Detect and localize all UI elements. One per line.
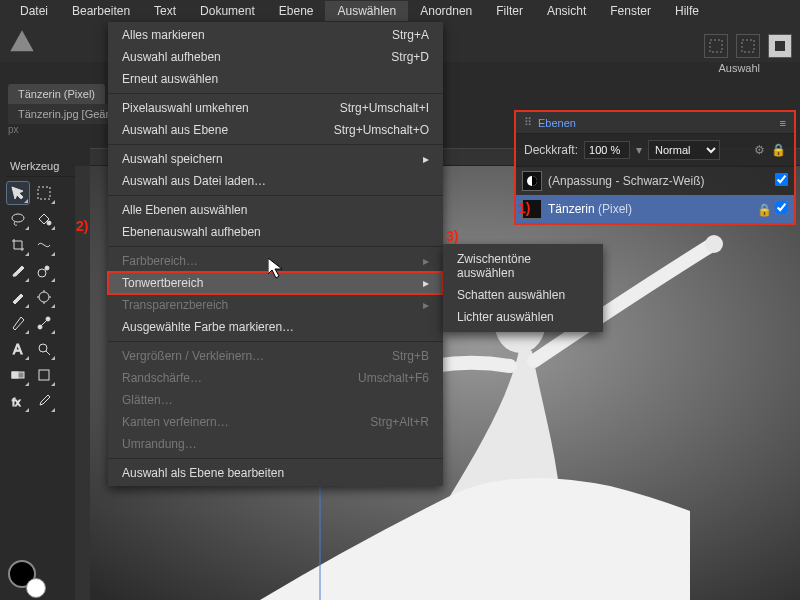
menu-item[interactable]: Ebenenauswahl aufheben	[108, 221, 443, 243]
menu-item[interactable]: Auswahl als Ebene bearbeiten	[108, 462, 443, 484]
menu-filter[interactable]: Filter	[484, 1, 535, 21]
units-label: px	[8, 124, 19, 135]
tool-picker[interactable]	[32, 389, 56, 413]
menu-hilfe[interactable]: Hilfe	[663, 1, 711, 21]
tool-warp[interactable]	[32, 233, 56, 257]
tool-lasso[interactable]	[6, 207, 30, 231]
tool-shape[interactable]	[32, 363, 56, 387]
menu-ebene[interactable]: Ebene	[267, 1, 326, 21]
menu-fenster[interactable]: Fenster	[598, 1, 663, 21]
tool-flood[interactable]	[32, 207, 56, 231]
tool-clone[interactable]	[32, 259, 56, 283]
tool-pen[interactable]	[6, 311, 30, 335]
menu-item: Kanten verfeinern…Strg+Alt+R	[108, 411, 443, 433]
submenu-item[interactable]: Zwischentöne auswählen	[443, 248, 603, 284]
tool-text[interactable]: A	[6, 337, 30, 361]
menu-item: Transparenzbereich▸	[108, 294, 443, 316]
svg-text:fx: fx	[12, 396, 21, 408]
opacity-label: Deckkraft:	[524, 143, 578, 157]
blend-mode-select[interactable]: Normal	[648, 140, 720, 160]
svg-rect-1	[710, 40, 722, 52]
submenu-item[interactable]: Lichter auswählen	[443, 306, 603, 328]
tool-gradient[interactable]	[6, 363, 30, 387]
menu-datei[interactable]: Datei	[8, 1, 60, 21]
svg-rect-15	[12, 372, 18, 378]
app-logo	[8, 28, 36, 56]
menu-auswählen[interactable]: Auswählen	[325, 1, 408, 21]
svg-rect-4	[38, 187, 50, 199]
menu-item[interactable]: Auswahl aufhebenStrg+D	[108, 46, 443, 68]
gear-icon[interactable]: ⚙	[754, 143, 765, 157]
menu-item[interactable]: Alle Ebenen auswählen	[108, 199, 443, 221]
menu-bearbeiten[interactable]: Bearbeiten	[60, 1, 142, 21]
annotation-3: 3)	[446, 228, 458, 244]
panel-menu-icon[interactable]: ≡	[780, 117, 786, 129]
menu-anordnen[interactable]: Anordnen	[408, 1, 484, 21]
tool-move[interactable]	[6, 181, 30, 205]
svg-point-5	[12, 214, 24, 222]
svg-rect-2	[742, 40, 754, 52]
annotation-1: 1)	[518, 200, 530, 216]
menu-item[interactable]: Erneut auswählen	[108, 68, 443, 90]
lock-icon[interactable]: 🔒	[771, 143, 786, 157]
menu-item: Randschärfe…Umschalt+F6	[108, 367, 443, 389]
svg-point-13	[39, 344, 47, 352]
layers-panel: ⠿ Ebenen ≡ Deckkraft: ▾ Normal ⚙ 🔒 (Anpa…	[514, 110, 796, 225]
tool-crop[interactable]	[6, 233, 30, 257]
mode-box-3[interactable]	[768, 34, 792, 58]
menu-dokument[interactable]: Dokument	[188, 1, 267, 21]
auswahl-label: Auswahl	[718, 62, 760, 74]
mode-box-1[interactable]	[704, 34, 728, 58]
auswaehlen-menu: Alles markierenStrg+AAuswahl aufhebenStr…	[108, 22, 443, 486]
svg-rect-16	[39, 370, 49, 380]
svg-marker-24	[268, 258, 282, 278]
svg-point-9	[39, 292, 49, 302]
layer-row[interactable]: (Anpassung - Schwarz-Weiß)	[516, 167, 794, 195]
menu-item[interactable]: Auswahl aus EbeneStrg+Umschalt+O	[108, 119, 443, 141]
menu-ansicht[interactable]: Ansicht	[535, 1, 598, 21]
layer-visibility-checkbox[interactable]	[775, 201, 788, 214]
layers-tab[interactable]: Ebenen	[538, 117, 576, 129]
mode-box-2[interactable]	[736, 34, 760, 58]
svg-point-6	[47, 221, 51, 225]
annotation-2: 2)	[76, 218, 88, 234]
menu-item: Umrandung…	[108, 433, 443, 455]
menu-item[interactable]: Auswahl aus Datei laden…	[108, 170, 443, 192]
menu-item[interactable]: Alles markierenStrg+A	[108, 24, 443, 46]
tool-selection[interactable]	[32, 181, 56, 205]
menu-item: Vergrößern / Verkleinern…Strg+B	[108, 345, 443, 367]
cursor-icon	[268, 258, 288, 280]
svg-marker-0	[10, 30, 33, 51]
menu-item[interactable]: Ausgewählte Farbe markieren…	[108, 316, 443, 338]
tool-nodes[interactable]	[32, 311, 56, 335]
tools-panel-title: Werkzeug	[6, 156, 76, 177]
svg-text:A: A	[13, 341, 23, 357]
menu-item: Glätten…	[108, 389, 443, 411]
tool-brush[interactable]	[6, 259, 30, 283]
layer-visibility-checkbox[interactable]	[775, 173, 788, 186]
menu-item[interactable]: Auswahl speichern▸	[108, 148, 443, 170]
submenu-item[interactable]: Schatten auswählen	[443, 284, 603, 306]
layer-row[interactable]: Tänzerin (Pixel)🔒	[516, 195, 794, 223]
svg-point-7	[38, 269, 46, 277]
svg-point-20	[705, 235, 723, 253]
tool-dodge[interactable]	[32, 285, 56, 309]
opacity-input[interactable]	[584, 141, 630, 159]
tonwertbereich-submenu: Zwischentöne auswählenSchatten auswählen…	[443, 244, 603, 332]
menu-text[interactable]: Text	[142, 1, 188, 21]
svg-rect-3	[775, 41, 785, 51]
menu-item[interactable]: Pixelauswahl umkehrenStrg+Umschalt+I	[108, 97, 443, 119]
tool-retouch[interactable]	[6, 285, 30, 309]
tool-zoom[interactable]	[32, 337, 56, 361]
document-context-tab[interactable]: Tänzerin (Pixel)	[8, 84, 105, 104]
tool-fx[interactable]: fx	[6, 389, 30, 413]
svg-point-8	[45, 266, 49, 270]
